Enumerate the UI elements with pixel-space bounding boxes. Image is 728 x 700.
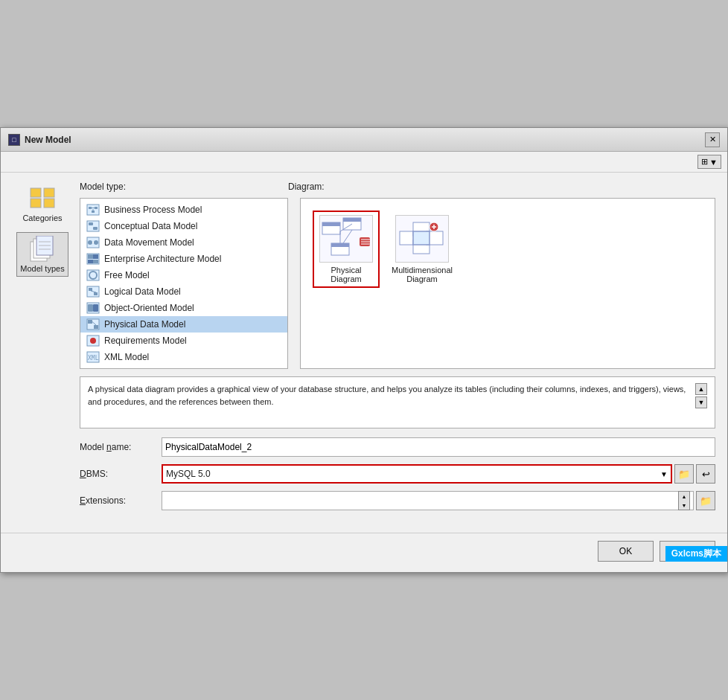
window-title: New Model	[25, 135, 71, 145]
spin-down-icon[interactable]: ▼	[679, 501, 689, 510]
diagram-item-multidimensional[interactable]: Multidimensional Diagram	[389, 211, 456, 288]
folder-icon: 📁	[678, 469, 690, 480]
main-content: Categories Model types	[1, 173, 727, 533]
diagram-grid: Physical Diagram	[307, 205, 709, 294]
dbms-browse-button[interactable]: 📁	[674, 464, 694, 484]
svg-rect-62	[413, 231, 430, 245]
svg-rect-17	[89, 222, 93, 225]
svg-rect-39	[94, 325, 98, 329]
svg-point-42	[90, 338, 96, 344]
svg-text:XML: XML	[88, 355, 99, 362]
description-text: A physical data diagram provides a graph…	[88, 383, 692, 422]
model-name-row: Model name:	[80, 437, 715, 457]
dbms-label: DBMS:	[80, 469, 162, 479]
svg-rect-35	[88, 304, 93, 312]
svg-rect-36	[93, 304, 98, 312]
model-type-item-ldm[interactable]: Logical Data Model	[80, 283, 287, 300]
model-type-item-dmm[interactable]: Data Movement Model	[80, 234, 287, 251]
multidimensional-diagram-label: Multidimensional Diagram	[392, 266, 453, 283]
svg-rect-1	[31, 199, 41, 208]
dbms-info-button[interactable]: ↩	[696, 464, 715, 484]
view-button[interactable]: ⊞ ▼	[697, 155, 721, 169]
model-name-input[interactable]	[162, 437, 715, 457]
svg-line-53	[343, 230, 352, 243]
model-type-item-eam[interactable]: Enterprise Architecture Model	[80, 251, 287, 267]
window-icon: □	[8, 134, 20, 146]
extensions-spinner[interactable]: ▲ ▼	[678, 491, 690, 510]
model-type-item-xml[interactable]: XML XML Model	[80, 349, 287, 365]
model-type-section: Business Process Model Conceptual Data M…	[80, 198, 715, 369]
model-type-label-oom: Object-Oriented Model	[104, 303, 194, 313]
sidebar-item-categories[interactable]: Categories	[16, 182, 68, 226]
svg-point-20	[88, 240, 92, 245]
svg-rect-31	[89, 288, 92, 291]
extensions-folder-icon: 📁	[700, 495, 712, 507]
extensions-browse-button[interactable]: 📁	[696, 491, 715, 510]
model-type-item-pdm[interactable]: Physical Data Model	[80, 316, 287, 333]
svg-point-21	[94, 240, 98, 245]
model-type-label-xml: XML Model	[104, 352, 149, 362]
close-button[interactable]: ✕	[705, 132, 720, 147]
model-type-label-ldm: Logical Data Model	[104, 286, 181, 297]
ok-button[interactable]: OK	[598, 541, 654, 562]
scroll-down-button[interactable]: ▼	[695, 396, 707, 408]
extensions-row: Extensions: ▲ ▼ 📁	[80, 491, 715, 510]
dbms-row: DBMS: MySQL 5.0 ▼ 📁 ↩	[80, 464, 715, 484]
extensions-label: Extensions:	[80, 495, 162, 506]
model-type-list[interactable]: Business Process Model Conceptual Data M…	[80, 199, 287, 368]
scroll-buttons: ▲ ▼	[695, 383, 707, 422]
svg-rect-13	[92, 211, 95, 213]
model-name-label: Model name:	[80, 442, 162, 452]
new-model-dialog: □ New Model ✕ ⊞ ▼ Categori	[0, 127, 728, 573]
physical-diagram-label: Physical Diagram	[317, 266, 375, 283]
footer-container: OK Cancel Gxlcms脚本	[1, 533, 727, 572]
dbms-select[interactable]: MySQL 5.0 ▼	[162, 464, 672, 484]
svg-rect-0	[31, 188, 41, 197]
model-type-label-bpm: Business Process Model	[104, 205, 202, 215]
svg-rect-38	[88, 320, 92, 324]
dbms-value: MySQL 5.0	[166, 469, 211, 479]
form-section: Model name: DBMS: MySQL 5.0 ▼	[80, 428, 715, 524]
model-type-label-req: Requirements Model	[104, 335, 187, 346]
svg-rect-27	[93, 260, 98, 263]
dropdown-icon: ▼	[709, 158, 718, 167]
model-type-label-pdm: Physical Data Model	[104, 319, 185, 330]
diagram-panel: Physical Diagram	[300, 198, 715, 369]
svg-rect-2	[44, 188, 54, 197]
model-type-panel: Business Process Model Conceptual Data M…	[80, 198, 288, 369]
info-icon: ↩	[702, 469, 710, 480]
title-bar: □ New Model ✕	[1, 128, 727, 152]
spin-up-icon[interactable]: ▲	[679, 492, 689, 501]
multidimensional-diagram-thumb	[395, 215, 449, 263]
left-panel: Categories Model types	[13, 182, 72, 524]
svg-rect-16	[87, 221, 99, 231]
scroll-up-button[interactable]: ▲	[695, 383, 707, 395]
model-type-label: Model type:	[80, 182, 288, 192]
section-labels: Model type: Diagram:	[80, 182, 715, 195]
footer: OK Cancel	[1, 533, 727, 572]
svg-rect-12	[95, 207, 98, 209]
model-type-item-frm[interactable]: Free Model	[80, 267, 287, 283]
model-types-label: Model types	[20, 264, 64, 273]
model-type-item-bpm[interactable]: Business Process Model	[80, 202, 287, 218]
model-type-item-oom[interactable]: Object-Oriented Model	[80, 300, 287, 316]
model-type-item-req[interactable]: Requirements Model	[80, 333, 287, 349]
categories-icon	[28, 185, 57, 212]
categories-label: Categories	[22, 213, 62, 222]
extensions-input-wrapper: ▲ ▼ 📁	[162, 491, 715, 510]
diagram-item-physical[interactable]: Physical Diagram	[313, 211, 380, 288]
svg-rect-18	[93, 227, 98, 230]
grid-icon: ⊞	[701, 157, 708, 167]
physical-diagram-thumb	[319, 215, 373, 263]
svg-rect-3	[44, 199, 54, 208]
sidebar-item-model-types[interactable]: Model types	[16, 232, 68, 277]
title-bar-left: □ New Model	[8, 134, 71, 146]
svg-rect-26	[88, 260, 93, 263]
model-type-item-cdm[interactable]: Conceptual Data Model	[80, 218, 287, 234]
svg-rect-32	[94, 292, 98, 295]
extensions-input: ▲ ▼	[162, 491, 694, 510]
diagram-label: Diagram:	[288, 182, 325, 192]
model-type-label-dmm: Data Movement Model	[104, 237, 194, 248]
svg-rect-48	[343, 218, 361, 222]
toolbar-row: ⊞ ▼	[1, 152, 727, 173]
